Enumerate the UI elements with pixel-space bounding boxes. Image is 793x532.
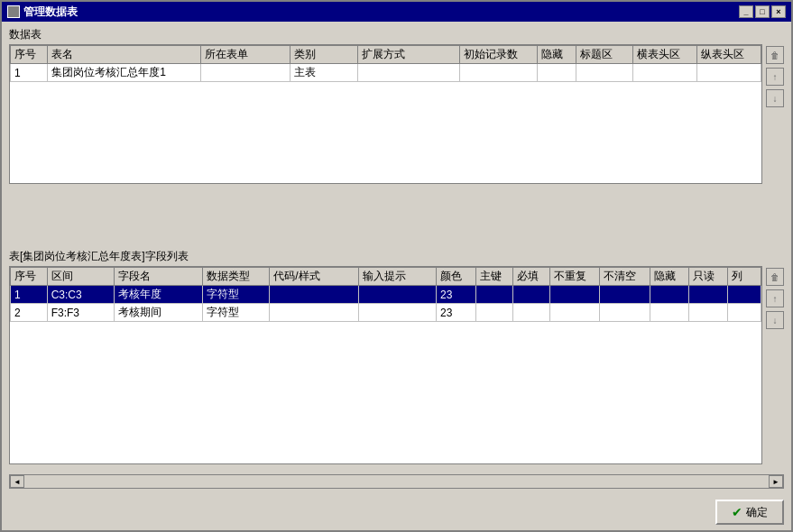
maximize-btn[interactable]: □ (755, 5, 770, 18)
top-table: 序号 表名 所在表单 类别 扩展方式 初始记录数 隐藏 标题区 横表头区 纵表头… (10, 45, 761, 82)
bth-readonly: 只读 (688, 268, 727, 286)
bottom-side-buttons: 🗑 ↑ ↓ (766, 266, 784, 329)
bth-hidden: 隐藏 (650, 268, 688, 286)
window-title: 管理数据表 (23, 5, 78, 20)
bottom-table-container: 序号 区间 字段名 数据类型 代码/样式 输入提示 颜色 主键 必填 不重复 不 (9, 266, 762, 464)
bottom-cell-input_hint (358, 304, 436, 322)
th-title-area: 标题区 (576, 46, 632, 64)
top-section-row: 序号 表名 所在表单 类别 扩展方式 初始记录数 隐藏 标题区 横表头区 纵表头… (9, 44, 784, 189)
bottom-table-header-row: 序号 区间 字段名 数据类型 代码/样式 输入提示 颜色 主键 必填 不重复 不 (11, 268, 761, 286)
top-cell-h_header (632, 64, 696, 82)
bottom-cell-range: C3:C3 (47, 286, 114, 304)
bottom-cell-color: 23 (437, 304, 476, 322)
top-table-header-row: 序号 表名 所在表单 类别 扩展方式 初始记录数 隐藏 标题区 横表头区 纵表头… (11, 46, 761, 64)
top-cell-title_area (576, 64, 632, 82)
confirm-button[interactable]: ✔ 确定 (715, 500, 784, 525)
top-cell-name: 集团岗位考核汇总年度1 (48, 64, 200, 82)
bth-color: 颜色 (437, 268, 476, 286)
bottom-cell-readonly (688, 286, 727, 304)
bth-primary-key: 主键 (476, 268, 513, 286)
bth-list: 列 (727, 268, 761, 286)
minimize-btn[interactable]: _ (739, 5, 753, 18)
th-h-header: 横表头区 (632, 46, 696, 64)
bottom-cell-field_name: 考核期间 (114, 304, 203, 322)
footer: ✔ 确定 (2, 494, 791, 530)
bottom-cell-required (513, 304, 550, 322)
top-table-row[interactable]: 1集团岗位考核汇总年度1主表 (11, 64, 761, 82)
bottom-cell-seq: 1 (11, 286, 48, 304)
bottom-section-label: 表[集团岗位考核汇总年度表]字段列表 (9, 249, 784, 264)
bottom-cell-code_format (270, 286, 359, 304)
delete-top-btn[interactable]: 🗑 (766, 46, 784, 64)
bottom-table-row[interactable]: 2F3:F3考核期间字符型23 (11, 304, 761, 322)
bth-code-format: 代码/样式 (270, 268, 359, 286)
bottom-table: 序号 区间 字段名 数据类型 代码/样式 输入提示 颜色 主键 必填 不重复 不 (10, 267, 761, 322)
bottom-cell-primary_key (476, 304, 513, 322)
top-section-label: 数据表 (9, 27, 784, 42)
bottom-cell-primary_key (476, 286, 513, 304)
top-cell-seq: 1 (11, 64, 48, 82)
bottom-table-row[interactable]: 1C3:C3考核年度字符型23 (11, 286, 761, 304)
bth-required: 必填 (513, 268, 550, 286)
bottom-cell-not_null (600, 286, 650, 304)
scroll-right-btn[interactable]: ► (769, 475, 783, 488)
bottom-cell-code_format (270, 304, 359, 322)
top-cell-table_ref (200, 64, 290, 82)
horizontal-scrollbar[interactable]: ◄ ► (9, 474, 784, 489)
scroll-left-btn[interactable]: ◄ (10, 475, 24, 488)
bth-input-hint: 输入提示 (358, 268, 436, 286)
bth-data-type: 数据类型 (203, 268, 270, 286)
bottom-cell-unique (549, 304, 599, 322)
window-body: 数据表 序号 表名 所在表单 类别 扩展方式 初始记录数 隐藏 (2, 22, 791, 494)
up-top-btn[interactable]: ↑ (766, 68, 784, 86)
bth-unique: 不重复 (549, 268, 599, 286)
down-bottom-btn[interactable]: ↓ (766, 311, 784, 329)
bth-range: 区间 (47, 268, 114, 286)
th-name: 表名 (48, 46, 200, 64)
top-cell-type: 主表 (290, 64, 358, 82)
th-seq: 序号 (11, 46, 48, 64)
th-table-ref: 所在表单 (200, 46, 290, 64)
top-side-buttons: 🗑 ↑ ↓ (766, 44, 784, 107)
top-cell-v_header (696, 64, 761, 82)
title-bar-left: 管理数据表 (7, 5, 78, 20)
top-cell-init_count (459, 64, 537, 82)
bth-field-name: 字段名 (114, 268, 203, 286)
bottom-section-row: 序号 区间 字段名 数据类型 代码/样式 输入提示 颜色 主键 必填 不重复 不 (9, 266, 784, 471)
bottom-cell-required (513, 286, 550, 304)
bottom-cell-hidden (650, 304, 688, 322)
th-type: 类别 (290, 46, 358, 64)
bottom-cell-not_null (600, 304, 650, 322)
bth-seq: 序号 (11, 268, 48, 286)
up-bottom-btn[interactable]: ↑ (766, 289, 784, 307)
top-section: 数据表 序号 表名 所在表单 类别 扩展方式 初始记录数 隐藏 (9, 27, 784, 249)
top-cell-expand (358, 64, 459, 82)
bth-not-null: 不清空 (600, 268, 650, 286)
th-expand: 扩展方式 (358, 46, 459, 64)
top-table-container: 序号 表名 所在表单 类别 扩展方式 初始记录数 隐藏 标题区 横表头区 纵表头… (9, 44, 762, 184)
window-icon (7, 5, 20, 18)
title-controls[interactable]: _ □ × (739, 5, 786, 18)
down-top-btn[interactable]: ↓ (766, 89, 784, 107)
th-init-count: 初始记录数 (459, 46, 537, 64)
main-window: 管理数据表 _ □ × 数据表 序号 表名 所在表单 (0, 0, 793, 532)
bottom-cell-range: F3:F3 (47, 304, 114, 322)
bottom-cell-color: 23 (437, 286, 476, 304)
title-bar: 管理数据表 _ □ × (2, 2, 791, 22)
bottom-cell-list (727, 286, 761, 304)
bottom-cell-hidden (650, 286, 688, 304)
confirm-check-icon: ✔ (732, 505, 742, 519)
bottom-cell-readonly (688, 304, 727, 322)
th-v-header: 纵表头区 (696, 46, 761, 64)
bottom-cell-data_type: 字符型 (203, 304, 270, 322)
close-btn[interactable]: × (771, 5, 786, 18)
bottom-cell-input_hint (358, 286, 436, 304)
bottom-cell-unique (549, 286, 599, 304)
bottom-section: 表[集团岗位考核汇总年度表]字段列表 序号 区间 字段名 数据类型 代码/样式 … (9, 249, 784, 471)
top-cell-hidden (537, 64, 576, 82)
scroll-track[interactable] (24, 475, 769, 488)
bottom-cell-seq: 2 (11, 304, 48, 322)
delete-bottom-btn[interactable]: 🗑 (766, 268, 784, 286)
bottom-cell-list (727, 304, 761, 322)
confirm-label: 确定 (746, 505, 768, 520)
